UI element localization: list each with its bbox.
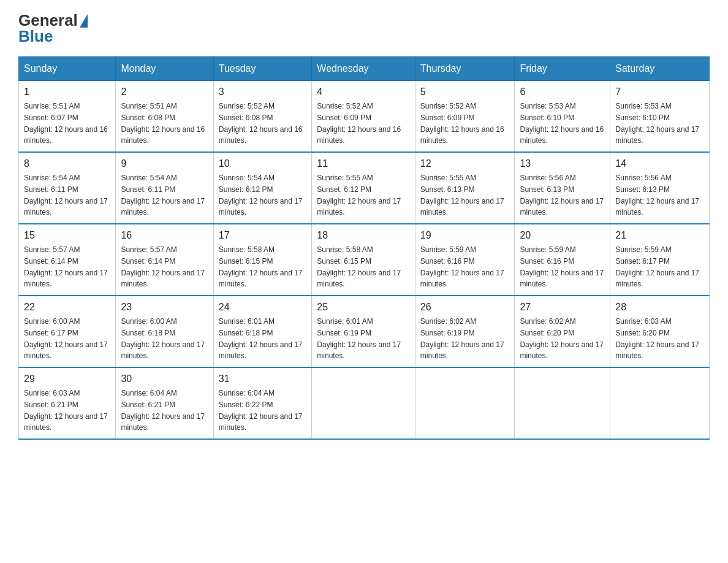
day-info: Sunrise: 5:57 AMSunset: 6:14 PMDaylight:… bbox=[24, 245, 108, 288]
day-number: 14 bbox=[615, 156, 704, 171]
calendar-cell: 15Sunrise: 5:57 AMSunset: 6:14 PMDayligh… bbox=[19, 224, 116, 296]
day-number: 9 bbox=[121, 156, 208, 171]
header-row: SundayMondayTuesdayWednesdayThursdayFrid… bbox=[19, 57, 710, 81]
day-number: 29 bbox=[24, 372, 110, 386]
day-info: Sunrise: 5:51 AMSunset: 6:07 PMDaylight:… bbox=[24, 102, 108, 145]
day-info: Sunrise: 5:52 AMSunset: 6:09 PMDaylight:… bbox=[317, 102, 401, 145]
calendar-cell: 6Sunrise: 5:53 AMSunset: 6:10 PMDaylight… bbox=[515, 81, 610, 153]
day-number: 4 bbox=[317, 85, 409, 99]
calendar-cell: 26Sunrise: 6:02 AMSunset: 6:19 PMDayligh… bbox=[415, 296, 515, 367]
page-header: General Blue bbox=[18, 12, 710, 44]
day-info: Sunrise: 6:04 AMSunset: 6:21 PMDaylight:… bbox=[121, 389, 205, 432]
calendar-cell: 5Sunrise: 5:52 AMSunset: 6:09 PMDaylight… bbox=[415, 81, 515, 153]
calendar-cell: 25Sunrise: 6:01 AMSunset: 6:19 PMDayligh… bbox=[312, 296, 415, 367]
week-row-2: 8Sunrise: 5:54 AMSunset: 6:11 PMDaylight… bbox=[19, 152, 710, 224]
day-number: 17 bbox=[219, 228, 307, 243]
calendar-cell bbox=[610, 367, 710, 439]
calendar-cell: 29Sunrise: 6:03 AMSunset: 6:21 PMDayligh… bbox=[19, 367, 116, 439]
calendar-cell bbox=[415, 367, 515, 439]
calendar-cell: 28Sunrise: 6:03 AMSunset: 6:20 PMDayligh… bbox=[610, 296, 710, 367]
calendar-cell: 16Sunrise: 5:57 AMSunset: 6:14 PMDayligh… bbox=[116, 224, 213, 296]
day-info: Sunrise: 5:54 AMSunset: 6:11 PMDaylight:… bbox=[24, 174, 108, 216]
logo: General Blue bbox=[18, 12, 88, 44]
calendar-cell: 17Sunrise: 5:58 AMSunset: 6:15 PMDayligh… bbox=[213, 224, 312, 296]
day-info: Sunrise: 5:59 AMSunset: 6:16 PMDaylight:… bbox=[420, 245, 504, 288]
day-number: 19 bbox=[420, 228, 510, 243]
day-number: 28 bbox=[615, 300, 704, 315]
day-info: Sunrise: 5:53 AMSunset: 6:10 PMDaylight:… bbox=[615, 102, 699, 145]
calendar-cell: 30Sunrise: 6:04 AMSunset: 6:21 PMDayligh… bbox=[116, 367, 213, 439]
day-info: Sunrise: 6:00 AMSunset: 6:17 PMDaylight:… bbox=[24, 317, 108, 360]
day-info: Sunrise: 5:58 AMSunset: 6:15 PMDaylight:… bbox=[317, 245, 401, 288]
header-monday: Monday bbox=[116, 57, 213, 81]
day-number: 7 bbox=[615, 85, 704, 99]
day-info: Sunrise: 6:01 AMSunset: 6:19 PMDaylight:… bbox=[317, 317, 401, 360]
day-number: 27 bbox=[520, 300, 605, 315]
week-row-1: 1Sunrise: 5:51 AMSunset: 6:07 PMDaylight… bbox=[19, 81, 710, 153]
day-info: Sunrise: 6:01 AMSunset: 6:18 PMDaylight:… bbox=[219, 317, 303, 360]
day-number: 26 bbox=[420, 300, 510, 315]
week-row-3: 15Sunrise: 5:57 AMSunset: 6:14 PMDayligh… bbox=[19, 224, 710, 296]
calendar-cell: 18Sunrise: 5:58 AMSunset: 6:15 PMDayligh… bbox=[312, 224, 415, 296]
calendar-cell: 2Sunrise: 5:51 AMSunset: 6:08 PMDaylight… bbox=[116, 81, 213, 153]
day-info: Sunrise: 5:55 AMSunset: 6:13 PMDaylight:… bbox=[420, 174, 504, 216]
calendar-cell: 13Sunrise: 5:56 AMSunset: 6:13 PMDayligh… bbox=[515, 152, 610, 224]
calendar-cell: 20Sunrise: 5:59 AMSunset: 6:16 PMDayligh… bbox=[515, 224, 610, 296]
day-number: 23 bbox=[121, 300, 208, 315]
day-number: 2 bbox=[121, 85, 208, 99]
header-thursday: Thursday bbox=[415, 57, 515, 81]
day-info: Sunrise: 5:56 AMSunset: 6:13 PMDaylight:… bbox=[520, 174, 604, 216]
day-number: 5 bbox=[420, 85, 510, 99]
calendar-cell: 27Sunrise: 6:02 AMSunset: 6:20 PMDayligh… bbox=[515, 296, 610, 367]
week-row-4: 22Sunrise: 6:00 AMSunset: 6:17 PMDayligh… bbox=[19, 296, 710, 367]
day-number: 6 bbox=[520, 85, 605, 99]
calendar-cell bbox=[312, 367, 415, 439]
logo-blue-text: Blue bbox=[18, 28, 53, 44]
calendar-cell: 21Sunrise: 5:59 AMSunset: 6:17 PMDayligh… bbox=[610, 224, 710, 296]
calendar-cell: 23Sunrise: 6:00 AMSunset: 6:18 PMDayligh… bbox=[116, 296, 213, 367]
day-info: Sunrise: 5:55 AMSunset: 6:12 PMDaylight:… bbox=[317, 174, 401, 216]
calendar-cell: 31Sunrise: 6:04 AMSunset: 6:22 PMDayligh… bbox=[213, 367, 312, 439]
calendar-header: SundayMondayTuesdayWednesdayThursdayFrid… bbox=[19, 57, 710, 81]
day-number: 20 bbox=[520, 228, 605, 243]
day-info: Sunrise: 5:54 AMSunset: 6:11 PMDaylight:… bbox=[121, 174, 205, 216]
day-info: Sunrise: 5:59 AMSunset: 6:16 PMDaylight:… bbox=[520, 245, 604, 288]
day-number: 8 bbox=[24, 156, 110, 171]
day-info: Sunrise: 5:53 AMSunset: 6:10 PMDaylight:… bbox=[520, 102, 604, 145]
header-sunday: Sunday bbox=[19, 57, 116, 81]
day-number: 31 bbox=[219, 372, 307, 386]
calendar-cell: 12Sunrise: 5:55 AMSunset: 6:13 PMDayligh… bbox=[415, 152, 515, 224]
day-number: 24 bbox=[219, 300, 307, 315]
day-number: 16 bbox=[121, 228, 208, 243]
calendar-cell: 10Sunrise: 5:54 AMSunset: 6:12 PMDayligh… bbox=[213, 152, 312, 224]
calendar-cell: 14Sunrise: 5:56 AMSunset: 6:13 PMDayligh… bbox=[610, 152, 710, 224]
calendar-cell: 19Sunrise: 5:59 AMSunset: 6:16 PMDayligh… bbox=[415, 224, 515, 296]
calendar-cell: 4Sunrise: 5:52 AMSunset: 6:09 PMDaylight… bbox=[312, 81, 415, 153]
day-number: 15 bbox=[24, 228, 110, 243]
day-info: Sunrise: 5:54 AMSunset: 6:12 PMDaylight:… bbox=[219, 174, 303, 216]
day-info: Sunrise: 6:02 AMSunset: 6:19 PMDaylight:… bbox=[420, 317, 504, 360]
day-info: Sunrise: 5:56 AMSunset: 6:13 PMDaylight:… bbox=[615, 174, 699, 216]
calendar-cell: 9Sunrise: 5:54 AMSunset: 6:11 PMDaylight… bbox=[116, 152, 213, 224]
header-friday: Friday bbox=[515, 57, 610, 81]
day-number: 13 bbox=[520, 156, 605, 171]
day-number: 18 bbox=[317, 228, 409, 243]
header-wednesday: Wednesday bbox=[312, 57, 415, 81]
day-info: Sunrise: 6:03 AMSunset: 6:20 PMDaylight:… bbox=[615, 317, 699, 360]
calendar-cell: 11Sunrise: 5:55 AMSunset: 6:12 PMDayligh… bbox=[312, 152, 415, 224]
calendar-cell: 24Sunrise: 6:01 AMSunset: 6:18 PMDayligh… bbox=[213, 296, 312, 367]
day-number: 3 bbox=[219, 85, 307, 99]
day-info: Sunrise: 5:52 AMSunset: 6:08 PMDaylight:… bbox=[219, 102, 303, 145]
day-info: Sunrise: 5:59 AMSunset: 6:17 PMDaylight:… bbox=[615, 245, 699, 288]
day-info: Sunrise: 6:04 AMSunset: 6:22 PMDaylight:… bbox=[219, 389, 303, 432]
calendar-cell: 3Sunrise: 5:52 AMSunset: 6:08 PMDaylight… bbox=[213, 81, 312, 153]
day-number: 21 bbox=[615, 228, 704, 243]
header-saturday: Saturday bbox=[610, 57, 710, 81]
day-number: 11 bbox=[317, 156, 409, 171]
day-number: 22 bbox=[24, 300, 110, 315]
day-info: Sunrise: 5:52 AMSunset: 6:09 PMDaylight:… bbox=[420, 102, 504, 145]
day-info: Sunrise: 5:51 AMSunset: 6:08 PMDaylight:… bbox=[121, 102, 205, 145]
day-number: 25 bbox=[317, 300, 409, 315]
header-tuesday: Tuesday bbox=[213, 57, 312, 81]
day-info: Sunrise: 6:00 AMSunset: 6:18 PMDaylight:… bbox=[121, 317, 205, 360]
